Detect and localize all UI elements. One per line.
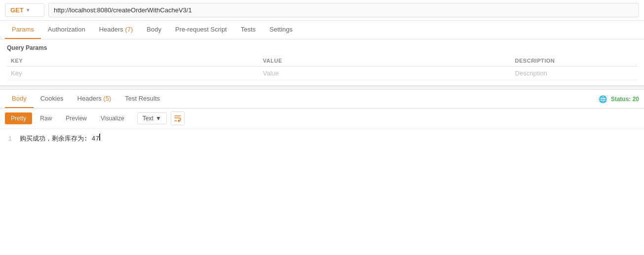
tab-params[interactable]: Params bbox=[5, 21, 41, 39]
method-dropdown[interactable]: GET ▼ bbox=[5, 3, 44, 17]
tab-authorization[interactable]: Authorization bbox=[41, 21, 92, 39]
res-tab-headers[interactable]: Headers (5) bbox=[71, 90, 118, 108]
value-cell[interactable]: Value bbox=[259, 67, 511, 80]
key-cell[interactable]: Key bbox=[7, 67, 259, 80]
url-bar: GET ▼ bbox=[0, 0, 644, 21]
response-status-area: 🌐 Status: 20 bbox=[599, 95, 639, 103]
format-dropdown[interactable]: Text ▼ bbox=[137, 112, 167, 124]
line-text: 购买成功，剩余库存为: 47 bbox=[20, 134, 99, 143]
tab-tests[interactable]: Tests bbox=[234, 21, 263, 39]
res-tab-cookies[interactable]: Cookies bbox=[34, 90, 71, 108]
tab-settings[interactable]: Settings bbox=[263, 21, 300, 39]
response-area: Body Cookies Headers (5) Test Results 🌐 … bbox=[0, 90, 644, 148]
col-header-desc: DESCRIPTION bbox=[511, 55, 637, 67]
wrap-icon bbox=[174, 114, 182, 122]
response-content: 1 购买成功，剩余库存为: 47 bbox=[0, 129, 644, 148]
desc-cell[interactable]: Description bbox=[511, 67, 637, 80]
line-number: 1 bbox=[0, 136, 20, 143]
method-chevron-icon: ▼ bbox=[26, 7, 31, 13]
res-tab-body[interactable]: Body bbox=[5, 90, 34, 108]
tab-headers[interactable]: Headers (7) bbox=[92, 21, 140, 39]
format-label: Text bbox=[143, 115, 153, 122]
params-table: KEY VALUE DESCRIPTION Key Value Descript… bbox=[7, 55, 637, 80]
url-input[interactable] bbox=[48, 3, 639, 17]
body-tab-preview[interactable]: Preview bbox=[60, 112, 93, 124]
res-tab-test-results[interactable]: Test Results bbox=[118, 90, 167, 108]
status-badge: Status: 20 bbox=[611, 96, 639, 103]
body-tab-visualize[interactable]: Visualize bbox=[95, 112, 130, 124]
body-tab-pretty[interactable]: Pretty bbox=[5, 112, 32, 124]
response-tabs: Body Cookies Headers (5) Test Results 🌐 … bbox=[0, 90, 644, 109]
request-tabs: Params Authorization Headers (7) Body Pr… bbox=[0, 21, 644, 39]
table-row: Key Value Description bbox=[7, 67, 637, 80]
wrap-button[interactable] bbox=[171, 111, 185, 125]
response-line-1: 1 购买成功，剩余库存为: 47 bbox=[0, 133, 644, 144]
text-cursor bbox=[99, 134, 100, 141]
tab-body[interactable]: Body bbox=[140, 21, 168, 39]
section-divider bbox=[0, 86, 644, 90]
col-header-value: VALUE bbox=[259, 55, 511, 67]
format-chevron-icon: ▼ bbox=[155, 115, 161, 122]
query-params-section: Query Params KEY VALUE DESCRIPTION Key V… bbox=[0, 39, 644, 86]
col-header-key: KEY bbox=[7, 55, 259, 67]
method-label: GET bbox=[10, 6, 24, 14]
body-controls: Pretty Raw Preview Visualize Text ▼ bbox=[0, 109, 644, 129]
body-tab-raw[interactable]: Raw bbox=[34, 112, 58, 124]
globe-icon: 🌐 bbox=[599, 95, 607, 103]
tab-pre-request[interactable]: Pre-request Script bbox=[168, 21, 234, 39]
query-params-title: Query Params bbox=[7, 44, 637, 51]
